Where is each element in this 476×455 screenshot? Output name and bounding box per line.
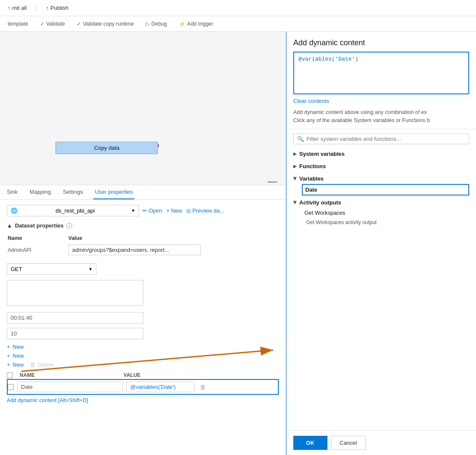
main-container: Copy data Sink Mapping Settings User pro… [0, 32, 476, 455]
variables-header[interactable]: ▶ Variables [293, 173, 469, 184]
tree-area: ▶ System variables ▶ Functions ▶ Variabl… [286, 149, 476, 431]
tabs-row: Sink Mapping Settings User properties [0, 185, 286, 200]
functions-arrow: ▶ [293, 164, 297, 169]
select-all-checkbox[interactable] [7, 372, 13, 378]
method-select-row: GET ▼ [7, 263, 279, 275]
new-button-3[interactable]: + New 🗑 Delete [7, 362, 279, 368]
system-variables-header[interactable]: ▶ System variables [293, 149, 469, 159]
plus-icon-new3: + [7, 362, 10, 368]
collapse-icon-props[interactable]: ▲ [7, 222, 12, 229]
bottom-actions: OK Cancel [286, 430, 476, 455]
dynamic-header: Add dynamic content @variables('Date') C… [286, 32, 476, 129]
add-trigger-button[interactable]: ⚡ Add trigger [176, 20, 216, 28]
template-button[interactable]: template [5, 20, 31, 28]
edit-icon: ✏ [143, 207, 147, 214]
new-button-1[interactable]: + New [7, 344, 279, 350]
col-value: Value [68, 234, 278, 242]
properties-area: 🌐 ds_rest_pbi_api ▼ ✏ Open + New ◎ [0, 200, 286, 408]
separator [36, 4, 36, 12]
tree-section-functions: ▶ Functions [293, 161, 469, 172]
copy-data-box[interactable]: Copy data [55, 142, 158, 154]
props-table: Name Value AdminAPI admin/groups?$expand… [7, 233, 279, 257]
col-name: Name [8, 234, 67, 242]
retry-input[interactable]: 10 [7, 328, 143, 339]
variables-children: Date [293, 184, 469, 195]
filter-input[interactable] [307, 136, 465, 142]
debug-button[interactable]: ▷ Debug [143, 20, 169, 28]
dataset-actions: ✏ Open + New ◎ Preview da... [143, 207, 225, 214]
plus-icon-new1: + [7, 344, 10, 350]
get-workspaces-output-item[interactable]: Get Workspaces activity output [302, 218, 469, 227]
publish-button[interactable]: ↑ Publish [43, 4, 71, 12]
variable-date[interactable]: Date [302, 184, 469, 195]
tab-user-properties[interactable]: User properties [93, 185, 134, 199]
dataset-properties-header: ▲ Dataset properties i [7, 222, 279, 229]
info-icon[interactable]: i [66, 223, 72, 229]
add-dynamic-content-link[interactable]: Add dynamic content [Alt+Shift+D] [7, 397, 88, 403]
param-table-header: NAME VALUE [7, 372, 279, 378]
validate-icon: ✓ [40, 21, 44, 27]
method-dropdown-icon: ▼ [88, 267, 93, 271]
activity-outputs-arrow: ▶ [293, 201, 298, 204]
filter-row: 🔍 [293, 134, 469, 144]
prop-name: AdminAPI [8, 243, 67, 257]
top-bar: ↑ mit all ↑ Publish [0, 0, 476, 16]
validate-copy-icon: ✓ [77, 21, 81, 27]
validate-copy-button[interactable]: ✓ Validate copy runtime [74, 20, 136, 28]
dataset-select[interactable]: 🌐 ds_rest_pbi_api ▼ [7, 205, 139, 216]
plus-icon-new2: + [7, 353, 10, 359]
body-textarea[interactable] [7, 280, 143, 306]
tab-sink[interactable]: Sink [5, 185, 19, 199]
dynamic-editor[interactable]: @variables('Date') [293, 52, 469, 94]
activity-outputs-header[interactable]: ▶ Activity outputs [293, 197, 469, 208]
preview-icon: ◎ [186, 207, 191, 214]
toolbar: template ✓ Validate ✓ Validate copy runt… [0, 16, 476, 32]
dataset-globe-icon: 🌐 [11, 207, 18, 214]
clear-contents-link[interactable]: Clear contents [293, 98, 329, 104]
publish-icon: ↑ [46, 5, 49, 11]
system-variables-arrow: ▶ [293, 152, 297, 156]
param-value-input[interactable] [126, 382, 195, 392]
prop-value: admin/groups?$expand=users, report... [68, 243, 278, 257]
commit-icon: ↑ [8, 5, 11, 11]
method-select[interactable]: GET ▼ [7, 263, 96, 275]
new-button-2[interactable]: + New [7, 353, 279, 359]
dynamic-hint: Add dynamic content above using any comb… [293, 108, 469, 125]
tab-mapping[interactable]: Mapping [28, 185, 53, 199]
validate-button[interactable]: ✓ Validate [38, 20, 67, 28]
dataset-dropdown-icon: ▼ [131, 208, 135, 213]
plus-icon-dataset: + [166, 207, 170, 214]
ok-button[interactable]: OK [293, 436, 327, 450]
left-panel: Copy data Sink Mapping Settings User pro… [0, 32, 286, 455]
prop-row: AdminAPI admin/groups?$expand=users, rep… [8, 243, 278, 257]
trigger-icon: ⚡ [179, 21, 185, 27]
cancel-button[interactable]: Cancel [331, 436, 366, 450]
activity-outputs-children: Get Workspaces Get Workspaces activity o… [293, 208, 469, 227]
open-dataset-button[interactable]: ✏ Open [143, 207, 162, 214]
right-panel: Add dynamic content @variables('Date') C… [286, 32, 476, 455]
param-checkbox[interactable] [8, 384, 14, 390]
functions-header[interactable]: ▶ Functions [293, 161, 469, 172]
collapse-bar[interactable] [268, 181, 277, 183]
dataset-row: 🌐 ds_rest_pbi_api ▼ ✏ Open + New ◎ [7, 205, 279, 216]
preview-dataset-button[interactable]: ◎ Preview da... [186, 207, 224, 214]
tab-settings[interactable]: Settings [61, 185, 85, 199]
tree-section-system-variables: ▶ System variables [293, 149, 469, 159]
tree-section-activity-outputs: ▶ Activity outputs Get Workspaces Get Wo… [293, 197, 469, 227]
tree-section-variables: ▶ Variables Date [293, 173, 469, 195]
get-workspaces-item[interactable]: Get Workspaces [302, 208, 469, 218]
search-icon: 🔍 [297, 136, 304, 142]
debug-icon: ▷ [146, 21, 149, 27]
param-name-input[interactable] [17, 382, 123, 392]
new-dataset-button[interactable]: + New [166, 207, 182, 214]
commit-button[interactable]: ↑ mit all [5, 4, 29, 12]
delete-icon-btn[interactable]: 🗑 [30, 362, 35, 368]
dynamic-title: Add dynamic content [293, 38, 469, 47]
variables-arrow: ▶ [293, 177, 298, 180]
prop-value-input[interactable]: admin/groups?$expand=users, report... [68, 245, 201, 255]
param-row: 🗑 [7, 379, 279, 395]
timeout-input[interactable]: 00:01:40 [7, 312, 143, 324]
param-delete-icon[interactable]: 🗑 [200, 384, 206, 391]
canvas-area: Copy data [0, 32, 286, 185]
